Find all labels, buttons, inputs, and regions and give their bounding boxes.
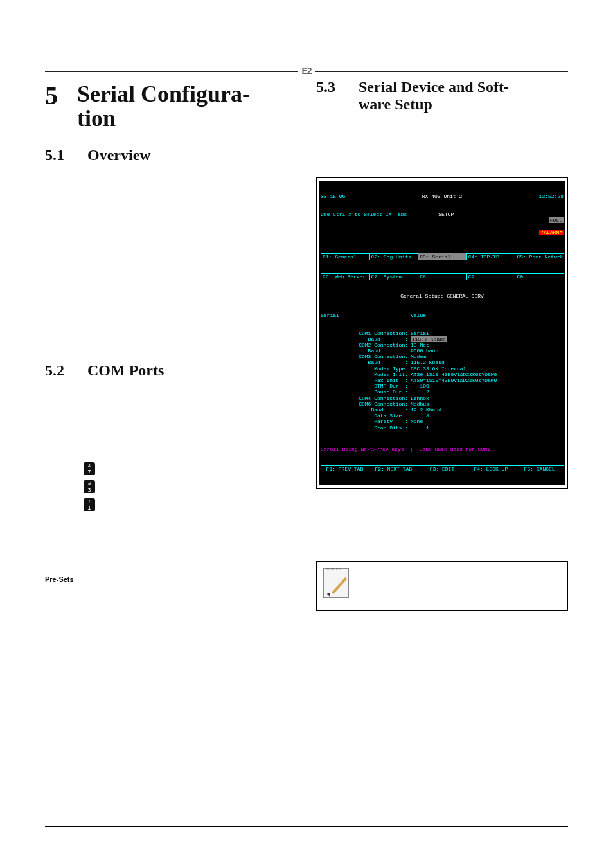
term-field-row[interactable]: Parity :None — [321, 419, 564, 424]
term-field-row[interactable]: Modem Type:CPC 33.6K Internal — [321, 366, 564, 372]
section-5-1-number: 5.1 — [45, 147, 73, 164]
term-field-row[interactable]: COM1 Connection:Serial — [321, 330, 564, 336]
figure-serial-tab-screenshot: 03-15-06 RX-400 Unit 2 13:52:28 Use Ctrl… — [316, 177, 568, 489]
term-tab[interactable]: C6: Web Server — [321, 273, 370, 280]
term-field-row[interactable]: DTMF Dur : 100 — [321, 383, 564, 389]
after-keys-paragraph: Once the General Setup screens appear, u… — [45, 530, 297, 568]
note-icon: oooooo — [323, 568, 349, 598]
term-field-row[interactable]: Pause Dur : 2 — [321, 389, 564, 395]
term-tab[interactable]: C1: General — [321, 253, 370, 260]
term-tab[interactable]: C2: Eng Units — [369, 253, 419, 260]
term-unit: RX-400 Unit 2 — [345, 194, 538, 199]
logo-e2: E2 — [298, 66, 315, 76]
overview-paragraph-2: Configuration of the COM ports is carrie… — [45, 234, 297, 272]
term-field-row[interactable]: Stop Bits : 1 — [321, 425, 564, 431]
term-footer-hint: Scroll using Next/Prev keys | Baud Rate … — [321, 446, 564, 452]
footer-right: 5-1 — [559, 831, 568, 838]
term-time: 13:52:28 — [539, 194, 564, 199]
chapter-title: Serial Configura- tion — [77, 82, 250, 131]
term-tab[interactable]: C3: Serial — [418, 253, 467, 260]
term-section-title: General Setup: GENERAL SERV — [321, 293, 564, 299]
com-ports-nav: To reach the Serial setup screen from th… — [45, 440, 297, 449]
term-fkey[interactable]: F4: LOOK UP — [466, 466, 515, 473]
term-field-row[interactable]: Baud :9600 baud — [321, 348, 564, 354]
term-tab[interactable]: C7: System — [369, 273, 419, 280]
term-tab[interactable]: C8: — [418, 273, 467, 280]
term-fkey[interactable]: F3: EDIT — [418, 466, 467, 473]
presets-paragraph: When you first open the Serial tab, the … — [45, 591, 297, 667]
term-field-row[interactable]: Fax Init :ATS0=1S10=40E0V1&D2&K0&Y0&W0 — [321, 377, 564, 383]
note-box: oooooo NOTE: Changes made on the Serial … — [316, 561, 568, 611]
key-7: &7 — [84, 462, 95, 475]
section-5-1-title: Overview — [87, 147, 151, 164]
section-5-3-number: 5.3 — [316, 78, 344, 113]
term-alarm: *ALARM* — [539, 230, 564, 235]
term-ctrl-hint: Use Ctrl-X to Select CX Tabs — [321, 212, 407, 241]
figure-caption: Figure 5-1 General Setup — Serial Tab — [316, 496, 568, 503]
term-field-row[interactable]: Data Size : 8 — [321, 413, 564, 419]
term-fkey[interactable]: F2: NEXT TAB — [369, 466, 418, 473]
term-date: 03-15-06 — [321, 194, 345, 199]
term-fkey[interactable]: F1: PREV TAB — [321, 466, 369, 473]
term-field-row[interactable]: COM2 Connection:IO Net — [321, 342, 564, 348]
term-field-row[interactable]: Modem Init:ATS0=1S10=40E0V1&D2&K0&Y0&W0 — [321, 372, 564, 377]
com-ports-intro: The E2 typically provides six COM ports … — [45, 386, 297, 433]
term-col-header-2: Value — [411, 312, 426, 318]
term-field-row[interactable]: COM4 Connection:Lennox — [321, 395, 564, 401]
key-3: #3 — [84, 480, 95, 493]
presets-heading: Pre-Sets — [45, 575, 74, 583]
term-tab[interactable]: C5: Peer Netwrk — [515, 253, 564, 260]
term-mode: SETUP — [407, 212, 485, 241]
key-1: !1 — [84, 498, 95, 511]
note-text: NOTE: Changes made on the Serial tab do … — [357, 568, 561, 604]
term-field-row[interactable]: Baud :19.2 Kbaud — [321, 407, 564, 413]
term-col-header-1: Serial — [321, 312, 411, 318]
key-sequence: &7 #3 !1 — [84, 462, 297, 511]
after-figure-paragraph: After the COM port connection types and … — [316, 516, 568, 554]
section-5-2-title: COM Ports — [87, 362, 164, 379]
footer-left: Serial Configuration — [45, 831, 102, 838]
chapter-number: 5 — [45, 82, 58, 131]
term-field-row[interactable]: Baud :115.2 Kbaud — [321, 336, 564, 342]
overview-paragraph-1: The E2 is equipped with multiple serial … — [45, 170, 297, 228]
term-fkey[interactable]: F5: CANCEL — [515, 466, 564, 473]
term-field-row[interactable]: COM6 Connection:Modbus — [321, 401, 564, 407]
term-tab[interactable]: C0: — [515, 273, 564, 280]
term-field-row[interactable]: Baud :115.2 Kbaud — [321, 359, 564, 365]
term-status: FULL — [549, 217, 564, 223]
section-5-2-number: 5.2 — [45, 362, 73, 379]
term-tab[interactable]: C9: — [466, 273, 516, 280]
term-field-row[interactable]: COM3 Connection:Modem — [321, 354, 564, 359]
term-tab[interactable]: C4: TCP/IP — [466, 253, 516, 260]
section-5-3-title: Serial Device and Soft- ware Setup — [359, 78, 509, 113]
